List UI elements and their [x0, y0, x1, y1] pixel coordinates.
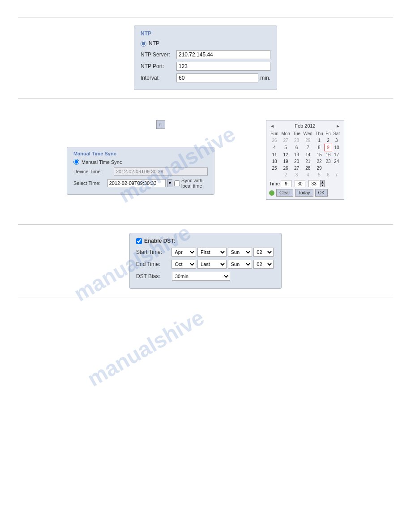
ntp-radio-row: NTP	[141, 40, 270, 47]
table-row[interactable]: 4	[269, 144, 280, 151]
table-row[interactable]: 7	[332, 172, 341, 178]
ntp-port-input[interactable]	[176, 62, 270, 71]
dst-start-day-select[interactable]: SunMonTueWed ThuFriSat	[228, 248, 253, 257]
cal-week-4: 18 19 20 21 22 23 24	[269, 158, 341, 165]
dst-end-hour-select[interactable]: 00010203	[253, 260, 274, 269]
cal-time-down-btn[interactable]: ▼	[320, 184, 325, 187]
cal-time-up-btn[interactable]: ▲	[320, 180, 325, 184]
table-row[interactable]: 4	[302, 172, 314, 178]
table-row[interactable]: 16	[325, 151, 332, 159]
table-row[interactable]: 14	[302, 151, 314, 159]
sync-local-checkbox[interactable]	[174, 180, 180, 186]
table-row[interactable]: 10	[332, 144, 341, 151]
ntp-server-label: NTP Server:	[141, 51, 176, 58]
cal-time-seconds[interactable]	[308, 180, 319, 187]
table-row[interactable]: 24	[332, 158, 341, 165]
cal-time-hours[interactable]	[281, 180, 291, 187]
table-row[interactable]: 23	[325, 158, 332, 165]
dst-end-month-select[interactable]: JanFebMarApr MayJunJulAug SepOctNovDec	[171, 260, 196, 269]
table-row[interactable]: 17	[332, 151, 341, 159]
table-row[interactable]: 15	[314, 151, 324, 159]
ntp-section: NTP NTP NTP Server: NTP Port: Interval: …	[18, 26, 393, 90]
cal-clear-btn[interactable]: Clear	[276, 189, 293, 197]
cal-today-btn[interactable]: Today	[295, 189, 313, 197]
cal-dow-sun: Sun	[269, 130, 280, 137]
manual-title: Manual Time Sync	[73, 151, 208, 156]
table-row[interactable]: 1	[314, 137, 324, 144]
cal-time-spinner: ▲ ▼	[320, 180, 325, 187]
table-row[interactable]: 19	[280, 158, 291, 165]
table-row[interactable]: 11	[269, 151, 280, 159]
table-row[interactable]: 27	[291, 165, 302, 172]
table-row[interactable]: 26	[269, 137, 280, 144]
dst-start-hour-select[interactable]: 00010203	[253, 248, 274, 257]
cal-green-dot	[269, 190, 274, 196]
select-time-picker-btn[interactable]: ▼	[167, 179, 172, 187]
cal-week-2: 4 5 6 7 8 9 10	[269, 144, 341, 151]
table-row[interactable]: 22	[314, 158, 324, 165]
dst-bias-select[interactable]: 30min 60min 90min 120min	[172, 272, 230, 281]
table-row[interactable]: 12	[280, 151, 291, 159]
table-row[interactable]: 26	[280, 165, 291, 172]
sync-local-label: Sync with local time	[181, 178, 208, 189]
device-time-label: Device Time:	[73, 169, 114, 174]
dst-end-time-label: End Time:	[136, 261, 171, 267]
dst-end-day-select[interactable]: SunMonTueWed ThuFriSat	[228, 260, 253, 269]
sync-local-row: Sync with local time	[174, 178, 208, 189]
ntp-radio-label: NTP	[149, 40, 159, 47]
table-row[interactable]: 13	[291, 151, 302, 159]
dst-bias-row: DST Bias: 30min 60min 90min 120min	[136, 272, 275, 281]
calendar-open-btn[interactable]: □	[156, 120, 165, 129]
calendar-header: ◄ Feb 2012 ►	[269, 123, 341, 129]
dst-end-week-select[interactable]: FirstSecondThirdFourthLast	[197, 260, 227, 269]
table-row[interactable]: 20	[291, 158, 302, 165]
table-row[interactable]: 27	[280, 137, 291, 144]
dst-title-row: Enable DST:	[136, 238, 275, 244]
cal-week-5: 25 26 27 28 29	[269, 165, 341, 172]
table-row[interactable]: 29	[314, 165, 324, 172]
cal-today-cell[interactable]: 9	[325, 144, 332, 151]
device-time-input[interactable]	[114, 167, 208, 176]
cal-dow-thu: Thu	[314, 130, 324, 137]
ntp-port-row: NTP Port:	[141, 62, 270, 71]
table-row[interactable]: 25	[269, 165, 280, 172]
dst-start-week-select[interactable]: FirstSecondThirdFourthLast	[197, 248, 227, 257]
table-row[interactable]: 3	[291, 172, 302, 178]
ntp-server-row: NTP Server:	[141, 50, 270, 59]
cal-prev-btn[interactable]: ◄	[269, 124, 275, 129]
ntp-server-input[interactable]	[176, 50, 270, 59]
ntp-box: NTP NTP NTP Server: NTP Port: Interval: …	[134, 26, 277, 90]
manual-radio-row: Manual Time Sync	[73, 159, 208, 165]
table-row[interactable]: 2	[325, 137, 332, 144]
cal-ok-btn[interactable]: OK	[315, 189, 328, 197]
cal-next-btn[interactable]: ►	[335, 124, 341, 129]
table-row[interactable]: 18	[269, 158, 280, 165]
ntp-min-label: min.	[260, 75, 270, 81]
dst-end-time-row: End Time: JanFebMarApr MayJunJulAug SepO…	[136, 260, 275, 269]
table-row[interactable]: 21	[302, 158, 314, 165]
ntp-interval-input[interactable]	[176, 73, 258, 82]
manual-radio[interactable]	[73, 159, 79, 165]
top-divider	[18, 17, 393, 17]
ntp-radio[interactable]	[141, 41, 146, 47]
ntp-port-label: NTP Port:	[141, 63, 176, 69]
table-row[interactable]: 5	[280, 144, 291, 151]
select-time-label: Select Time:	[73, 180, 107, 186]
table-row	[325, 165, 332, 172]
dst-enable-checkbox[interactable]	[136, 238, 142, 244]
table-row[interactable]: 6	[291, 144, 302, 151]
table-row[interactable]: 28	[291, 137, 302, 144]
table-row[interactable]: 3	[332, 137, 341, 144]
table-row[interactable]: 2	[280, 172, 291, 178]
table-row[interactable]: 7	[302, 144, 314, 151]
ntp-title: NTP	[141, 30, 270, 37]
table-row[interactable]: 28	[302, 165, 314, 172]
dst-start-month-select[interactable]: JanFebMarApr MayJunJulAug SepOctNovDec	[171, 248, 196, 257]
table-row[interactable]: 5	[314, 172, 324, 178]
cal-time-minutes[interactable]	[295, 180, 305, 187]
table-row[interactable]: 6	[325, 172, 332, 178]
table-row[interactable]: 8	[314, 144, 324, 151]
select-time-input[interactable]	[107, 179, 166, 187]
table-row[interactable]: 29	[302, 137, 314, 144]
cal-dow-mon: Mon	[280, 130, 291, 137]
